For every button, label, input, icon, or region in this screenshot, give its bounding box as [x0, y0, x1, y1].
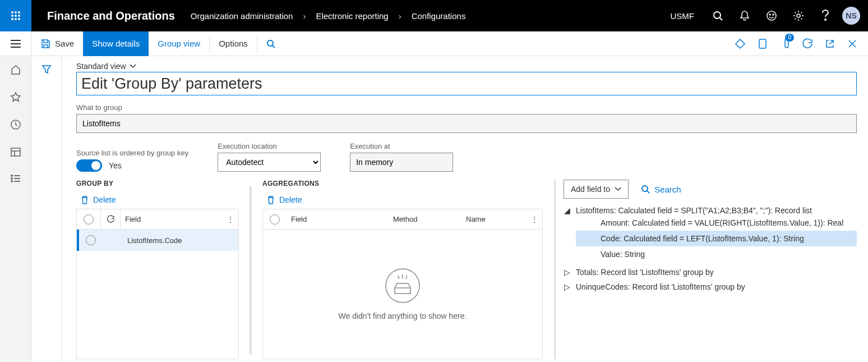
grid-options-button[interactable]: ⋮ [223, 215, 238, 224]
list-icon [10, 174, 21, 183]
svg-rect-25 [11, 148, 20, 156]
expand-icon[interactable]: ▷ [564, 268, 570, 277]
bell-icon [740, 10, 750, 21]
trash-icon [81, 195, 89, 204]
options-label: Options [219, 39, 248, 48]
view-selector[interactable]: Standard view [76, 62, 857, 71]
tree-node[interactable]: ◢ ListofItems: Calculated field = SPLIT(… [564, 203, 857, 265]
page-title[interactable]: Edit 'Group By' parameters [76, 72, 857, 95]
svg-point-32 [11, 181, 12, 182]
table-row[interactable]: ListofItems.Code [77, 230, 238, 251]
expand-icon[interactable]: ▷ [564, 282, 570, 291]
breadcrumb-item[interactable]: Organization administration [191, 11, 293, 21]
page-options-button[interactable] [751, 31, 774, 56]
svg-point-1 [15, 11, 17, 13]
page-icon [758, 38, 767, 49]
name-column-header[interactable]: Name [466, 215, 527, 223]
ordered-label: Source list is ordered by group key [76, 149, 188, 157]
field-column-header[interactable]: Field [287, 215, 393, 223]
personalize-button[interactable] [729, 31, 751, 56]
nav-home-button[interactable] [10, 64, 21, 77]
popout-button[interactable] [819, 31, 841, 56]
aggregations-delete-button[interactable]: Delete [267, 195, 543, 204]
action-bar: Save Show details Group view Options 0 [0, 31, 868, 56]
find-button[interactable] [257, 31, 284, 56]
view-label: Standard view [76, 62, 126, 71]
avatar[interactable]: NS [842, 7, 860, 25]
method-column-header[interactable]: Method [393, 215, 466, 223]
save-button[interactable]: Save [31, 31, 83, 56]
settings-button[interactable] [785, 0, 812, 31]
help-button[interactable] [812, 0, 839, 31]
group-by-delete-button[interactable]: Delete [81, 195, 239, 204]
row-checkbox[interactable] [79, 235, 103, 245]
legal-entity[interactable]: USMF [661, 11, 705, 21]
tree-search-button[interactable]: Search [641, 185, 681, 194]
breadcrumb-item[interactable]: Electronic reporting [316, 11, 388, 21]
filter-pane-toggle[interactable] [31, 56, 62, 362]
svg-point-11 [767, 11, 776, 20]
field-column-header[interactable]: Field [121, 215, 223, 223]
nav-recent-button[interactable] [10, 119, 21, 132]
group-by-grid: Field ⋮ ListofItems.Code [76, 209, 239, 359]
group-view-button[interactable]: Group view [149, 31, 209, 56]
svg-line-20 [273, 45, 275, 48]
tree-node[interactable]: ▷ UninqueCodes: Record list 'ListofItems… [564, 279, 857, 294]
nav-expand-button[interactable] [0, 31, 31, 56]
svg-point-15 [825, 19, 826, 20]
svg-point-6 [11, 18, 13, 20]
svg-point-3 [11, 15, 13, 17]
aggregations-heading: AGGREGATIONS [262, 180, 543, 187]
show-details-label: Show details [92, 39, 140, 48]
help-icon [822, 10, 829, 21]
column-resize-handle[interactable] [248, 180, 253, 359]
collapse-icon[interactable]: ◢ [564, 206, 570, 215]
nav-modules-button[interactable] [10, 174, 21, 185]
nav-workspaces-button[interactable] [10, 146, 21, 159]
tree-node-selected[interactable]: Code: Calculated field = LEFT(ListofItem… [576, 231, 857, 246]
svg-line-35 [398, 276, 399, 279]
page-body: Standard view Edit 'Group By' parameters… [0, 56, 868, 362]
select-all-checkbox[interactable] [77, 214, 100, 224]
ordered-value: Yes [109, 161, 122, 170]
home-icon [10, 64, 21, 75]
refresh-column-button[interactable] [100, 209, 121, 230]
refresh-button[interactable] [796, 31, 819, 56]
ordered-toggle[interactable] [76, 159, 102, 172]
empty-box-icon [385, 268, 421, 304]
svg-rect-21 [759, 39, 766, 48]
add-field-to-button[interactable]: Add field to [564, 180, 629, 199]
nav-favorites-button[interactable] [10, 91, 21, 104]
tree-node[interactable]: ▷ Totals: Record list 'ListofItems' grou… [564, 265, 857, 279]
app-launcher[interactable] [0, 0, 31, 31]
grid-options-button[interactable]: ⋮ [527, 215, 542, 224]
search-icon [713, 11, 723, 21]
svg-point-2 [18, 11, 20, 13]
aggregations-section: AGGREGATIONS Delete Field Method Name ⋮ [262, 180, 543, 359]
tree-node-label: Totals: Record list 'ListofItems' group … [576, 268, 714, 277]
chevron-right-icon: › [399, 11, 401, 21]
feedback-button[interactable] [758, 0, 785, 31]
search-icon [266, 39, 275, 48]
notifications-button[interactable] [731, 0, 758, 31]
tree-node[interactable]: Value: String [576, 246, 857, 262]
close-button[interactable] [841, 31, 864, 56]
select-all-checkbox[interactable] [263, 214, 287, 224]
chevron-right-icon: › [303, 11, 306, 21]
data-source-tree: ◢ ListofItems: Calculated field = SPLIT(… [564, 203, 857, 294]
hamburger-icon [11, 40, 21, 48]
svg-point-12 [769, 14, 770, 15]
show-details-button[interactable]: Show details [83, 31, 149, 56]
svg-point-9 [714, 12, 721, 19]
attachments-button[interactable]: 0 [774, 31, 796, 56]
exec-location-select[interactable]: Autodetect [218, 153, 321, 172]
exec-at-label: Execution at [350, 142, 453, 150]
search-button[interactable] [704, 0, 731, 31]
breadcrumb-item[interactable]: Configurations [412, 11, 466, 21]
tree-node[interactable]: Amount: Calculated field = VALUE(RIGHT(L… [576, 215, 857, 231]
svg-point-19 [267, 40, 273, 46]
exec-at-input[interactable] [350, 153, 453, 172]
what-to-group-input[interactable] [76, 114, 857, 133]
chevron-down-icon [615, 187, 621, 191]
options-button[interactable]: Options [210, 31, 257, 56]
